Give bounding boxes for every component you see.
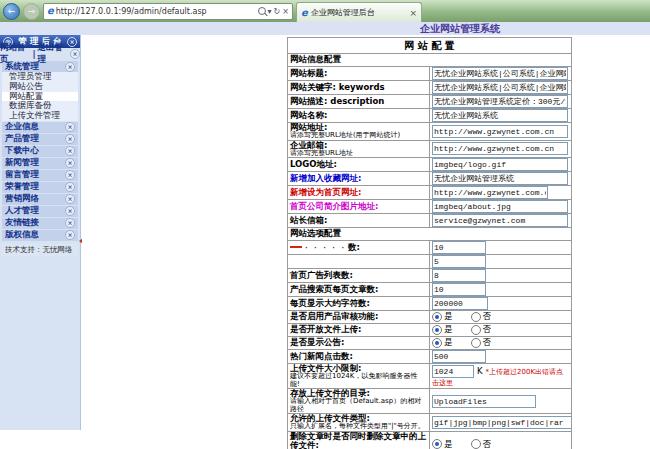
form-row: 新增加入收藏网址: xyxy=(288,172,572,186)
stop-icon[interactable]: × xyxy=(282,7,289,16)
row-label-cell xyxy=(288,255,430,269)
row-label: 删除文章时是否同时删除文章中的上传文件: xyxy=(290,431,426,449)
collapse-icon[interactable]: × xyxy=(65,122,75,132)
sidebar-section-3[interactable]: 下载中心× xyxy=(2,146,78,157)
sidebar-close-icon[interactable]: × xyxy=(67,37,77,47)
text-input[interactable] xyxy=(432,95,568,108)
form-row: 网站名称: xyxy=(288,109,572,123)
sidebar-section-label: 产品管理 xyxy=(5,133,39,145)
row-label-cell: LOGO地址: xyxy=(288,158,430,172)
collapse-icon[interactable]: × xyxy=(65,170,75,180)
sidebar-section-6[interactable]: 荣誉管理× xyxy=(2,182,78,193)
text-input[interactable] xyxy=(432,214,568,227)
radio-no[interactable] xyxy=(471,338,481,348)
address-bar[interactable]: e http://127.0.0.1:99/admin/default.asp … xyxy=(43,3,293,20)
row-sublabel: 请添写完整URL地址 xyxy=(290,150,427,158)
text-input[interactable] xyxy=(432,241,486,254)
row-value-cell xyxy=(430,186,572,200)
back-button[interactable]: ← xyxy=(3,3,20,20)
sidebar-section-8[interactable]: 人才管理× xyxy=(2,206,78,217)
form-row xyxy=(288,255,572,269)
form-row: 企业邮箱:请添写完整URL地址 xyxy=(288,140,572,158)
sidebar-section-4[interactable]: 新闻管理× xyxy=(2,158,78,169)
sidebar-section-2[interactable]: 产品管理× xyxy=(2,134,78,145)
collapse-icon[interactable]: × xyxy=(65,218,75,228)
row-value-cell: 是否 xyxy=(430,337,572,350)
row-label: 新增加入收藏网址: xyxy=(290,173,361,183)
row-label: 热门新闻点击数: xyxy=(290,351,353,361)
sidebar-section-10[interactable]: 版权信息× xyxy=(2,230,78,241)
text-input[interactable] xyxy=(432,186,548,199)
row-value-cell xyxy=(430,158,572,172)
row-label-cell: 是否启用产品审核功能: xyxy=(288,311,430,324)
radio-yes-label: 是 xyxy=(444,440,453,449)
page-title: 企业网站管理系统 xyxy=(0,22,650,35)
obscured-dots: · · · · · xyxy=(305,244,346,252)
radio-yes[interactable] xyxy=(432,439,442,449)
collapse-icon[interactable]: × xyxy=(65,182,75,192)
refresh-icon[interactable]: ↻ xyxy=(274,7,281,16)
row-label: 新增设为首页网址: xyxy=(290,187,361,197)
logout-icon[interactable]: × xyxy=(70,49,80,59)
text-input[interactable] xyxy=(432,109,568,122)
url-text[interactable]: http://127.0.0.1:99/admin/default.asp xyxy=(56,7,256,16)
collapse-icon[interactable]: × xyxy=(65,158,75,168)
text-input[interactable] xyxy=(432,81,568,94)
collapse-icon[interactable]: × xyxy=(65,62,75,72)
support-text: 技术支持：无忧网络 xyxy=(2,244,78,256)
text-input[interactable] xyxy=(432,283,486,296)
sidebar-section-7[interactable]: 营销网络× xyxy=(2,194,78,205)
row-value-cell: K*上传超过200K出错请点击这里 xyxy=(430,364,572,389)
text-input[interactable] xyxy=(432,297,488,310)
collapse-icon[interactable]: × xyxy=(65,206,75,216)
radio-no[interactable] xyxy=(471,325,481,335)
collapse-icon[interactable]: × xyxy=(65,230,75,240)
text-input[interactable] xyxy=(432,67,568,80)
text-input[interactable] xyxy=(432,269,486,282)
sidebar-section-9[interactable]: 友情链接× xyxy=(2,218,78,229)
forward-button[interactable]: → xyxy=(23,3,40,20)
browser-tab[interactable]: e 企业网站管理后台 × xyxy=(296,2,422,22)
collapse-icon[interactable]: × xyxy=(65,194,75,204)
tab-close-icon[interactable]: × xyxy=(409,8,417,18)
sidebar-section-label: 友情链接 xyxy=(5,217,39,229)
radio-no[interactable] xyxy=(471,439,481,449)
sidebar-section-5[interactable]: 留言管理× xyxy=(2,170,78,181)
radio-yes[interactable] xyxy=(432,338,442,348)
radio-no-label: 否 xyxy=(483,324,492,336)
sidebar-item-4[interactable]: 上传文件管理 xyxy=(2,111,78,121)
collapse-icon[interactable]: × xyxy=(65,134,75,144)
text-input[interactable] xyxy=(432,365,474,378)
radio-yes[interactable] xyxy=(432,312,442,322)
radio-no-label: 否 xyxy=(483,337,492,349)
text-input[interactable] xyxy=(432,200,568,213)
text-input[interactable] xyxy=(432,255,486,268)
text-input[interactable] xyxy=(432,416,572,429)
row-label: 产品搜索页每页文章数: xyxy=(290,284,378,294)
text-input[interactable] xyxy=(432,172,568,185)
text-input[interactable] xyxy=(432,142,568,155)
admin-sidebar: @ 管 理 后 台 × 网站首页 | 退出管理 × 系统管理×管理员管理网站公告… xyxy=(0,35,81,430)
logout-link[interactable]: 退出管理 xyxy=(38,42,68,66)
text-input[interactable] xyxy=(432,395,536,408)
row-value-cell xyxy=(430,297,572,311)
row-value-cell xyxy=(430,95,572,109)
radio-no[interactable] xyxy=(471,312,481,322)
form-row: 是否开放文件上传:是否 xyxy=(288,324,572,337)
collapse-icon[interactable]: × xyxy=(65,146,75,156)
row-sublabel: 建议不要超过1024K，以免影响服务器性能! xyxy=(290,373,427,388)
text-input[interactable] xyxy=(432,158,568,171)
text-input[interactable] xyxy=(432,125,568,138)
row-label: 网站名称: xyxy=(290,110,327,120)
form-row: 首页广告列表数: xyxy=(288,269,572,283)
search-icon[interactable] xyxy=(258,7,266,15)
autocomplete-dropdown-icon[interactable]: ▾ xyxy=(268,7,272,16)
sidebar-section-1[interactable]: 企业信息× xyxy=(2,122,78,133)
row-label-cell: 上传文件大小限制:建议不要超过1024K，以免影响服务器性能! xyxy=(288,364,430,389)
section-info-header: 网站信息配置 xyxy=(288,54,572,67)
text-input[interactable] xyxy=(432,350,486,363)
row-label: 每页显示大约字符数: xyxy=(290,298,370,308)
radio-yes[interactable] xyxy=(432,325,442,335)
form-row: 存放上传文件的目录:请输入相对于首页（Default.asp）的相对路径 xyxy=(288,389,572,414)
row-label: 首页广告列表数: xyxy=(290,270,353,280)
